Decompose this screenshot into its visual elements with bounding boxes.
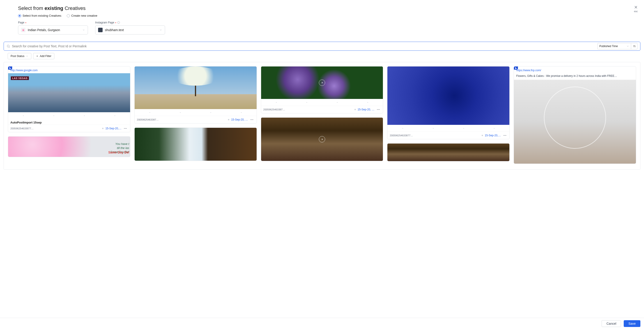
- add-filter-label: Add Filter: [40, 54, 51, 58]
- card-more-button[interactable]: ⋯: [123, 127, 128, 130]
- instagram-select[interactable]: shubham.text: [95, 25, 165, 34]
- creative-card[interactable]: https://www.fnp.com/ Flowers, Gifts & Ca…: [514, 66, 636, 164]
- svg-point-1: [7, 45, 9, 47]
- status-dot-icon: [354, 109, 356, 110]
- card-link: https://www.fnp.com/: [514, 66, 636, 73]
- creative-card[interactable]: ---- 20059625463387… 15-Sep-20, … ⋯: [134, 66, 257, 123]
- dark-post-badge-icon: [8, 66, 12, 70]
- card-thumbnail: [388, 66, 510, 125]
- chevron-down-icon: [26, 55, 28, 57]
- play-icon: [319, 136, 325, 142]
- card-more-button[interactable]: ⋯: [376, 108, 381, 111]
- card-thumbnail: [134, 66, 256, 109]
- instagram-avatar-icon: [98, 28, 102, 32]
- card-thumbnail: [8, 73, 130, 112]
- sort-direction-icon: [633, 45, 636, 47]
- card-thumbnail: [261, 66, 383, 99]
- sort-value: Published Time: [599, 45, 625, 48]
- status-dot-icon: [102, 128, 104, 129]
- close-button[interactable]: esc: [634, 5, 638, 13]
- card-title: AutoPostImport 15sep: [10, 121, 128, 124]
- card-stats: ----: [388, 125, 510, 132]
- page-select[interactable]: 🌸 Indian Petals, Gurgaon: [18, 25, 88, 34]
- card-stats: ----: [8, 112, 130, 119]
- card-id: 20059625463387…: [263, 108, 353, 111]
- card-more-button[interactable]: ⋯: [250, 118, 254, 121]
- creative-card[interactable]: http://www.google.com ---- AutoPostImpor…: [8, 66, 130, 132]
- add-filter-button[interactable]: Add Filter: [33, 53, 54, 59]
- sort-direction-button[interactable]: [631, 43, 638, 49]
- radio-create-label: Create new creative: [71, 14, 98, 17]
- card-link: http://www.google.com: [8, 66, 130, 73]
- chevron-down-icon: [160, 29, 162, 31]
- card-thumbnail: [514, 80, 636, 164]
- page-field-label: Page●: [18, 21, 88, 24]
- card-date: 15-Sep-20,…: [485, 134, 501, 137]
- card-stats: ----: [261, 99, 383, 106]
- page-avatar-icon: 🌸: [21, 28, 26, 32]
- card-thumbnail: [388, 144, 510, 161]
- chevron-down-icon: [626, 45, 629, 47]
- radio-existing-label: Select from existing Creatives: [22, 14, 61, 17]
- status-dot-icon: [228, 119, 229, 120]
- card-id: 20059625463387…: [137, 118, 226, 121]
- card-id: 200596254633877…: [390, 134, 480, 137]
- plus-icon: [36, 55, 38, 57]
- post-status-label: Post Status: [10, 54, 24, 58]
- creative-card[interactable]: [8, 136, 130, 157]
- close-esc-label: esc: [634, 10, 638, 13]
- sort-select[interactable]: Published Time: [597, 43, 631, 49]
- card-stats: ----: [134, 109, 256, 116]
- creative-card[interactable]: [134, 128, 257, 161]
- card-date: 15-Sep-20, …: [231, 118, 248, 121]
- instagram-field-label: Instagram Page●: [95, 21, 165, 24]
- card-thumbnail: [261, 118, 383, 161]
- search-icon: [6, 44, 10, 48]
- card-thumbnail: [134, 128, 256, 161]
- card-date: 15-Sep-20,…: [105, 127, 121, 130]
- card-more-button[interactable]: ⋯: [502, 134, 507, 137]
- radio-select-existing[interactable]: Select from existing Creatives: [18, 14, 61, 17]
- card-description: Flowers, Gifts & Cakes - We promise a de…: [514, 73, 636, 80]
- creative-card[interactable]: [261, 117, 383, 161]
- modal-title: Select from existing Creatives: [18, 5, 626, 11]
- creative-card[interactable]: ---- 200596254633877… 15-Sep-20,… ⋯: [387, 66, 510, 139]
- card-thumbnail: [8, 137, 130, 157]
- creative-card[interactable]: [387, 143, 510, 161]
- chevron-down-icon: [82, 29, 85, 31]
- play-icon: [319, 79, 325, 86]
- close-icon: [634, 5, 638, 9]
- status-dot-icon: [482, 135, 483, 136]
- post-status-filter[interactable]: Post Status: [8, 53, 31, 59]
- page-select-value: Indian Petals, Gurgaon: [28, 28, 80, 32]
- creative-card[interactable]: ---- 20059625463387… 15-Sep-20, … ⋯: [261, 66, 383, 113]
- card-id: 200596254633877…: [10, 127, 100, 130]
- radio-checked-icon: [18, 14, 21, 17]
- radio-unchecked-icon: [67, 14, 70, 17]
- dark-post-badge-icon: [514, 66, 518, 70]
- search-input[interactable]: [12, 44, 593, 48]
- radio-create-new[interactable]: Create new creative: [67, 14, 98, 17]
- card-date: 15-Sep-20, …: [358, 108, 374, 111]
- info-icon: [117, 21, 120, 24]
- instagram-select-value: shubham.text: [105, 28, 157, 32]
